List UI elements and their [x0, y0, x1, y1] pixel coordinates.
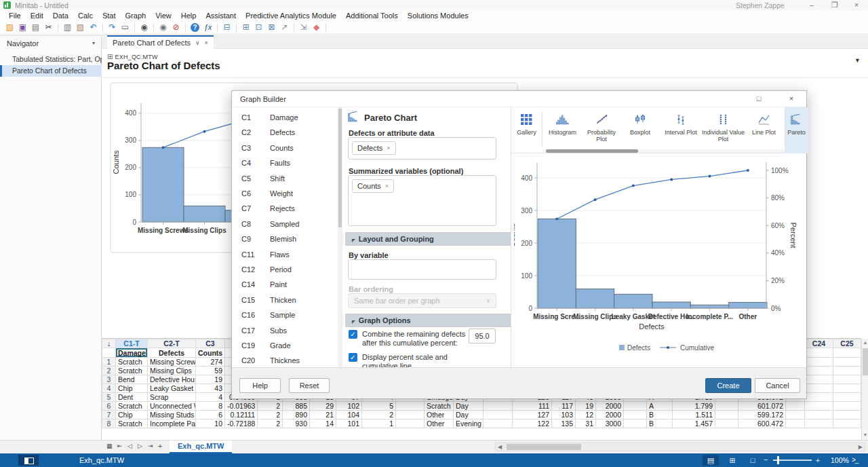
cell[interactable]: [624, 419, 647, 428]
find-icon[interactable]: ◉: [138, 22, 150, 33]
output-view-icon[interactable]: □: [745, 455, 761, 466]
cell[interactable]: 890: [283, 411, 310, 419]
cell[interactable]: 127: [513, 411, 552, 419]
new-window-icon[interactable]: ▭: [119, 22, 131, 33]
cell[interactable]: [624, 411, 647, 419]
column-item-c16[interactable]: C16Sample: [232, 307, 338, 322]
column-header-c1-t[interactable]: C1-T: [116, 339, 148, 348]
close-icon[interactable]: ×: [849, 0, 864, 10]
split-view-icon[interactable]: ▤: [703, 455, 719, 466]
menu-data[interactable]: Data: [48, 10, 73, 21]
cell[interactable]: [715, 419, 738, 428]
dialog-maximize-icon[interactable]: □: [747, 91, 770, 107]
create-button[interactable]: Create: [705, 378, 751, 393]
remove-chip-icon[interactable]: ×: [385, 183, 389, 189]
cell[interactable]: Dent: [116, 393, 148, 402]
cell[interactable]: 102: [336, 402, 362, 411]
cell[interactable]: 885: [283, 402, 310, 411]
cell[interactable]: [715, 411, 738, 419]
insert-rows-icon[interactable]: ⊞: [240, 22, 252, 33]
column-item-c5[interactable]: C5Shift: [232, 171, 338, 186]
menu-file[interactable]: File: [4, 10, 26, 21]
row-number[interactable]: 2: [102, 367, 116, 375]
cell[interactable]: [805, 411, 833, 419]
row-number[interactable]: 7: [102, 411, 116, 419]
row-number[interactable]: 4: [102, 384, 116, 393]
cell[interactable]: Evening: [454, 419, 484, 428]
section-layout-grouping[interactable]: Layout and Grouping: [345, 232, 511, 246]
cell[interactable]: 5: [362, 402, 396, 411]
by-variable-field[interactable]: [348, 259, 496, 280]
section-graph-options[interactable]: Graph Options: [345, 314, 511, 327]
cell[interactable]: Incomplete Part: [148, 419, 196, 428]
cell[interactable]: 12: [576, 411, 596, 419]
menu-calc[interactable]: Calc: [73, 10, 98, 21]
scroll-down-icon[interactable]: ▼: [862, 431, 868, 439]
prev-sheet-icon[interactable]: ◁: [127, 443, 132, 449]
cell[interactable]: [624, 402, 647, 411]
cell[interactable]: [833, 367, 861, 375]
row-number[interactable]: 6: [102, 402, 116, 411]
menu-stat[interactable]: Stat: [98, 10, 121, 21]
column-item-c20[interactable]: C20Thicknes: [232, 353, 338, 368]
cell[interactable]: Missing Clips: [148, 367, 196, 375]
cell[interactable]: 59: [196, 367, 225, 375]
cell[interactable]: [805, 367, 833, 375]
gallery-item-line-plot[interactable]: Line Plot: [745, 107, 783, 149]
column-item-c9[interactable]: C9Blemish: [232, 231, 338, 246]
output-menu-icon[interactable]: ▼: [854, 57, 861, 64]
cell[interactable]: [786, 411, 805, 419]
checkbox-checked-icon[interactable]: ✓: [349, 330, 357, 339]
cell[interactable]: [805, 393, 833, 402]
scroll-up-icon[interactable]: ▲: [862, 339, 868, 347]
cell[interactable]: 930: [283, 419, 310, 428]
help-button[interactable]: Help: [239, 378, 281, 393]
insert-formula-icon[interactable]: ƒx: [202, 22, 214, 33]
command-line-icon[interactable]: >_: [852, 456, 858, 464]
cell[interactable]: 10: [196, 419, 225, 428]
cell[interactable]: 274: [196, 358, 225, 367]
column-item-c12[interactable]: C12Period: [232, 262, 338, 277]
cumulative-percent-input[interactable]: 95.0: [469, 329, 496, 343]
cell[interactable]: 1.511: [673, 411, 715, 419]
cell[interactable]: Other: [425, 411, 454, 419]
cell[interactable]: 104: [336, 411, 362, 419]
cell[interactable]: [786, 419, 805, 428]
cell[interactable]: Missing Studs: [148, 411, 196, 419]
insert-cells-icon[interactable]: ⊟: [221, 22, 233, 33]
cell[interactable]: [805, 419, 833, 428]
gallery-item-histogram[interactable]: Histogram: [542, 107, 583, 149]
column-name-cell[interactable]: Damage: [116, 348, 148, 358]
cell[interactable]: [805, 375, 833, 384]
select-graph-icon[interactable]: ⇲: [298, 22, 309, 33]
column-item-c1[interactable]: C1Damage: [232, 110, 338, 125]
gallery-item-individual-value-plot[interactable]: Individual Value Plot: [701, 107, 745, 149]
cancel-icon[interactable]: ⊘: [170, 22, 182, 33]
cell[interactable]: Other: [425, 419, 454, 428]
cell[interactable]: A: [647, 402, 673, 411]
cell[interactable]: [396, 402, 425, 411]
cell[interactable]: B: [647, 411, 673, 419]
cell[interactable]: Scrap: [148, 393, 196, 402]
cell[interactable]: 29: [310, 402, 336, 411]
cell[interactable]: [833, 358, 861, 367]
cell[interactable]: 31: [576, 419, 596, 428]
cell[interactable]: 19: [196, 375, 225, 384]
first-sheet-icon[interactable]: ⇤: [117, 443, 123, 449]
last-sheet-icon[interactable]: ⇥: [148, 443, 153, 449]
cell[interactable]: [833, 419, 861, 428]
cell[interactable]: 2: [258, 419, 283, 428]
tab-pareto-chart-of-defects[interactable]: Pareto Chart of Defects ∨ ×: [107, 35, 214, 49]
cell[interactable]: 2: [258, 411, 283, 419]
cell[interactable]: 111: [513, 402, 552, 411]
cell[interactable]: Scratch: [116, 367, 148, 375]
cell[interactable]: 4: [196, 393, 225, 402]
navigator-chevron-icon[interactable]: ▾: [92, 36, 95, 51]
cell[interactable]: 2: [258, 402, 283, 411]
menu-help[interactable]: Help: [176, 10, 201, 21]
column-header-c2-t[interactable]: C2-T: [148, 339, 196, 348]
sheet-tab[interactable]: Exh_qc.MTW: [170, 441, 232, 453]
column-item-c15[interactable]: C15Thicken: [232, 293, 338, 307]
column-list-scrollbar[interactable]: [338, 107, 342, 367]
column-item-c2[interactable]: C2Defects: [232, 125, 338, 140]
